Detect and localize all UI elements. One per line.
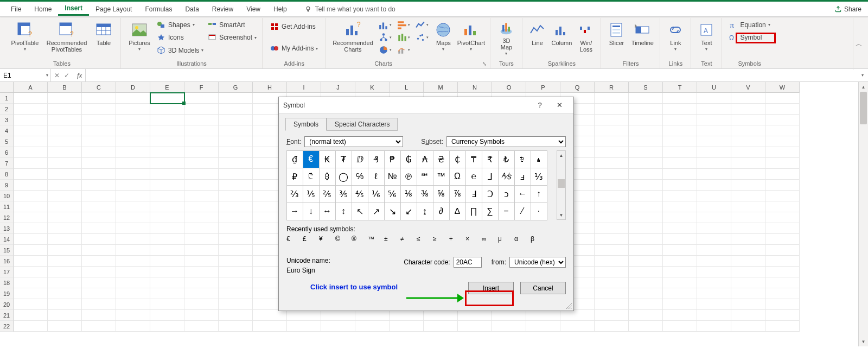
cell[interactable] [116,191,150,201]
cell[interactable] [697,234,731,245]
cell[interactable] [116,223,150,234]
recent-symbol-cell[interactable]: ± [384,235,400,251]
cell[interactable] [150,125,184,136]
dialog-tab-symbols[interactable]: Symbols [285,118,327,131]
cell[interactable] [731,277,765,288]
cell[interactable] [458,321,492,332]
pictures-button[interactable]: Pictures ▾ [124,18,155,57]
cell[interactable] [765,169,800,180]
cell[interactable] [321,310,355,321]
cell[interactable] [82,104,116,115]
cell[interactable] [355,310,390,321]
cell[interactable] [390,321,424,332]
cell[interactable] [697,180,731,191]
scrollbar-thumb[interactable] [558,179,565,188]
dialog-titlebar[interactable]: Symbol ? ✕ [279,97,573,113]
column-header[interactable]: V [731,82,765,93]
cell[interactable] [663,321,697,332]
symbol-cell[interactable]: ∏ [465,203,482,220]
cell[interactable] [150,234,184,245]
cell[interactable] [765,245,800,256]
cell[interactable] [82,277,116,288]
recent-symbol-cell[interactable]: ≠ [400,235,417,251]
symbol-cell[interactable]: ⅞ [449,185,466,203]
cell[interactable] [595,321,629,332]
scatter-chart-button[interactable]: ▾ [415,32,429,43]
cell[interactable] [48,180,82,191]
enter-formula-button[interactable]: ✓ [64,72,69,79]
cell[interactable] [150,201,184,212]
row-header[interactable]: 7 [0,158,14,169]
tell-me-search[interactable]: Tell me what you want to do [304,5,395,13]
cell[interactable] [14,212,48,223]
cell[interactable] [390,310,424,321]
cell[interactable] [116,93,150,104]
symbol-cell[interactable]: ⅖ [319,185,336,203]
cell[interactable] [697,158,731,169]
cell[interactable] [184,256,219,267]
cell[interactable] [48,277,82,288]
row-header[interactable]: 1 [0,93,14,104]
symbol-cell[interactable]: ⅕ [303,185,320,203]
cell[interactable] [629,147,663,158]
cell[interactable] [219,191,253,201]
symbol-cell[interactable]: ⅗ [335,185,352,203]
scroll-up-button[interactable]: ▲ [557,151,565,160]
cell[interactable] [629,267,663,277]
cell[interactable] [595,277,629,288]
cell[interactable] [184,288,219,299]
cell[interactable] [48,169,82,180]
cell[interactable] [663,256,697,267]
cell[interactable] [48,321,82,332]
cell[interactable] [219,310,253,321]
symbol-cell[interactable]: ∆ [449,203,466,220]
cell[interactable] [765,191,800,201]
cell[interactable] [184,158,219,169]
recent-symbol-cell[interactable]: β [531,235,547,251]
scroll-down-button[interactable]: ▼ [859,337,868,346]
cell[interactable] [14,158,48,169]
cell[interactable] [150,245,184,256]
cell[interactable] [48,201,82,212]
cell[interactable] [697,136,731,147]
cell[interactable] [116,245,150,256]
symbol-cell[interactable]: ₰ [368,150,385,168]
cell[interactable] [219,201,253,212]
insert-function-button[interactable]: fx [74,71,82,80]
text-button[interactable]: A Text ▾ [694,18,718,57]
cell[interactable] [731,256,765,267]
column-header[interactable]: M [424,82,458,93]
cell[interactable] [150,277,184,288]
cell[interactable] [82,234,116,245]
cell[interactable] [219,267,253,277]
cell[interactable] [219,299,253,310]
cell[interactable] [116,234,150,245]
row-header[interactable]: 9 [0,180,14,191]
symbol-cell[interactable]: − [498,203,515,220]
3d-map-button[interactable]: 3D Map ▾ [494,18,519,57]
cell[interactable] [663,212,697,223]
symbol-cell[interactable]: ↨ [417,203,433,220]
cell[interactable] [663,158,697,169]
cell[interactable] [150,136,184,147]
symbol-cell[interactable]: ⅙ [368,185,385,203]
cell[interactable] [82,115,116,125]
scroll-down-button[interactable]: ▼ [557,211,565,219]
cell[interactable] [629,191,663,201]
cell[interactable] [731,104,765,115]
cell[interactable] [731,147,765,158]
column-header[interactable]: U [697,82,731,93]
slicer-button[interactable]: Slicer [604,18,628,57]
cell[interactable] [82,288,116,299]
cell[interactable] [14,104,48,115]
my-addins-button[interactable]: My Add-ins▾ [270,42,318,54]
cell[interactable] [595,93,629,104]
cell[interactable] [355,321,390,332]
statistic-chart-button[interactable]: ▾ [397,32,411,43]
cell[interactable] [48,104,82,115]
cell[interactable] [765,212,800,223]
cell[interactable] [116,212,150,223]
cell[interactable] [48,310,82,321]
cell[interactable] [184,93,219,104]
tab-page-layout[interactable]: Page Layout [89,3,138,15]
